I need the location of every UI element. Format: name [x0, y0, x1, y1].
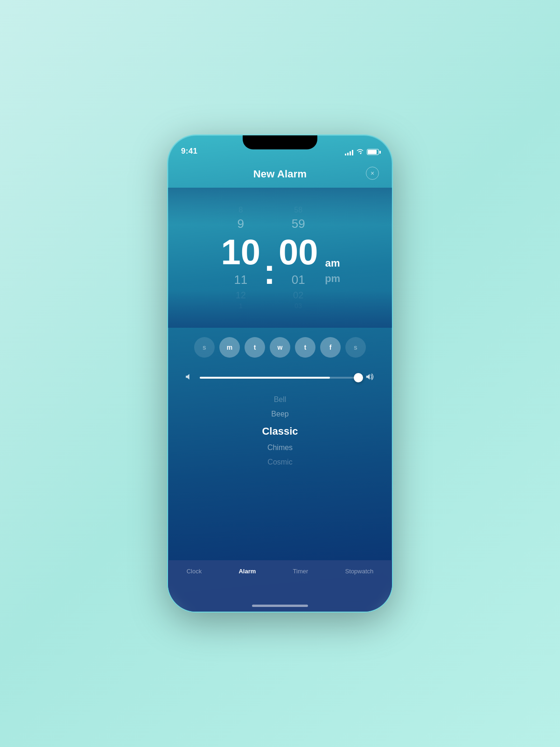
volume-slider-fill [200, 377, 330, 379]
sound-classic[interactable]: Classic [262, 422, 298, 441]
ampm-column[interactable]: am pm [325, 255, 340, 286]
hour-below-2: 12 [220, 289, 262, 302]
tab-stopwatch-label: Stopwatch [345, 568, 374, 575]
tab-bar: Clock Alarm Timer Stopwatch [168, 560, 392, 612]
day-tuesday[interactable]: t [245, 337, 265, 358]
notch [243, 135, 317, 149]
day-wednesday[interactable]: w [270, 337, 290, 358]
battery-icon [367, 149, 379, 155]
battery-fill [368, 150, 377, 154]
day-friday[interactable]: f [320, 337, 341, 358]
status-time: 9:41 [181, 147, 197, 156]
sound-bell[interactable]: Bell [274, 393, 287, 407]
day-selector: s m t w t f s [168, 328, 392, 367]
tab-clock[interactable]: Clock [187, 568, 202, 575]
time-picker[interactable]: 8 9 10 11 12 1 : 58 59 00 01 02 03 am [168, 188, 392, 328]
wifi-icon [356, 148, 364, 156]
tab-stopwatch[interactable]: Stopwatch [345, 568, 374, 575]
volume-low-icon [185, 373, 193, 383]
svg-marker-1 [366, 374, 370, 380]
volume-section [168, 367, 392, 388]
tab-timer[interactable]: Timer [293, 568, 308, 575]
hour-above-1: 9 [220, 215, 262, 232]
tab-alarm-label: Alarm [238, 568, 256, 575]
day-thursday[interactable]: t [295, 337, 315, 358]
hour-below-3: 1 [220, 302, 262, 311]
sound-cosmic[interactable]: Cosmic [267, 456, 292, 469]
tab-alarm[interactable]: Alarm [238, 568, 256, 575]
volume-slider[interactable] [200, 377, 358, 379]
day-sunday[interactable]: s [194, 337, 215, 358]
signal-icon [345, 149, 353, 155]
phone-frame: 9:41 New Alarm [168, 135, 392, 612]
home-indicator [252, 605, 308, 607]
day-saturday[interactable]: s [345, 337, 366, 358]
status-icons [345, 148, 379, 156]
svg-marker-0 [186, 374, 189, 380]
time-separator: : [264, 252, 275, 291]
min-below-3: 03 [277, 302, 319, 311]
volume-slider-thumb[interactable] [354, 373, 363, 382]
tab-timer-label: Timer [293, 568, 308, 575]
day-monday[interactable]: m [219, 337, 240, 358]
screen-content: New Alarm × 8 9 10 11 12 1 : 58 59 [168, 159, 392, 612]
ampm-am[interactable]: am [325, 255, 340, 271]
min-above-2: 58 [277, 205, 319, 215]
min-selected: 00 [277, 233, 319, 272]
min-above-1: 59 [277, 215, 319, 232]
hour-selected: 10 [220, 233, 262, 272]
close-button[interactable]: × [366, 167, 379, 180]
tab-clock-label: Clock [187, 568, 202, 575]
hours-column[interactable]: 8 9 10 11 12 1 [220, 205, 262, 310]
minutes-column[interactable]: 58 59 00 01 02 03 [277, 205, 319, 310]
min-below-1: 01 [277, 271, 319, 288]
header-title: New Alarm [253, 168, 307, 180]
min-below-2: 02 [277, 289, 319, 302]
ampm-pm[interactable]: pm [325, 271, 340, 286]
sound-picker[interactable]: Bell Beep Classic Chimes Cosmic [168, 388, 392, 477]
sound-beep[interactable]: Beep [271, 408, 288, 421]
hour-below-1: 11 [220, 271, 262, 288]
hour-above-2: 8 [220, 205, 262, 215]
sound-chimes[interactable]: Chimes [267, 441, 293, 455]
header: New Alarm × [168, 159, 392, 188]
volume-high-icon [365, 373, 375, 383]
